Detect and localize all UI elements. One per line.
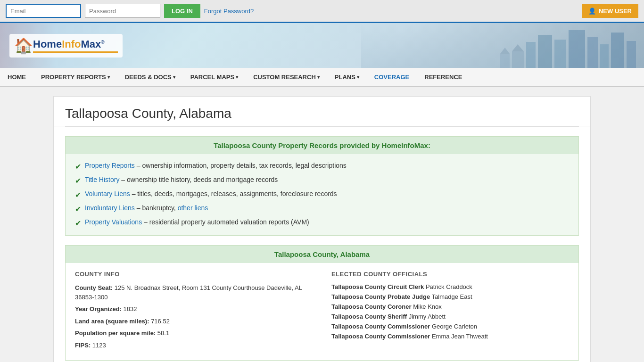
- checkmark-icon: ✔: [75, 205, 81, 214]
- nav-reference[interactable]: REFERENCE: [417, 68, 470, 86]
- checkmark-icon: ✔: [75, 190, 81, 199]
- svg-rect-0: [526, 42, 536, 68]
- population-row: Population per square mile: 58.1: [75, 329, 313, 338]
- email-input[interactable]: [6, 4, 81, 18]
- login-button[interactable]: LOG IN: [164, 4, 200, 18]
- main-nav: HOME PROPERTY REPORTS ▾ DEEDS & DOCS ▾ P…: [0, 68, 644, 87]
- involuntary-liens-link[interactable]: Involuntary Liens: [85, 204, 135, 212]
- list-item: ✔ Property Valuations – residential prop…: [75, 218, 569, 228]
- chevron-down-icon: ▾: [173, 74, 175, 80]
- logo[interactable]: 🏠 HomeInfoMax®: [9, 34, 123, 58]
- nav-custom-research[interactable]: CUSTOM RESEARCH ▾: [246, 68, 327, 86]
- chevron-down-icon: ▾: [236, 74, 238, 80]
- officials-heading: ELECTED COUNTY OFFICIALS: [331, 271, 569, 278]
- nav-home[interactable]: HOME: [0, 68, 33, 86]
- county-info-box: Tallapoosa County, Alabama COUNTY INFO C…: [65, 245, 579, 361]
- official-row: Tallapoosa County Circuit Clerk Patrick …: [331, 283, 569, 290]
- info-box-content: ✔ Property Reports – ownership informati…: [66, 154, 578, 235]
- other-liens-link[interactable]: other liens: [178, 204, 208, 212]
- county-box-header: Tallapoosa County, Alabama: [66, 246, 578, 263]
- county-box-content: COUNTY INFO County Seat: 125 N. Broadnax…: [66, 263, 578, 360]
- svg-rect-5: [600, 44, 609, 68]
- list-item: ✔ Involuntary Liens – bankruptcy, other …: [75, 204, 569, 214]
- chevron-down-icon: ▾: [317, 74, 320, 80]
- forgot-password-link[interactable]: Forgot Password?: [204, 8, 254, 15]
- checkmark-icon: ✔: [75, 162, 81, 171]
- svg-rect-6: [611, 33, 624, 68]
- banner-cityscape: [361, 23, 644, 68]
- property-records-info-box: Tallapoosa County Property Records provi…: [65, 136, 579, 236]
- banner: 🏠 HomeInfoMax®: [0, 23, 644, 68]
- title-history-link[interactable]: Title History: [85, 176, 119, 183]
- checkmark-icon: ✔: [75, 176, 81, 185]
- chevron-down-icon: ▾: [357, 74, 359, 80]
- svg-rect-7: [627, 41, 636, 68]
- list-item: ✔ Voluntary Liens – titles, deeds, mortg…: [75, 190, 569, 199]
- official-row: Tallapoosa County Sheriff Jimmy Abbett: [331, 313, 569, 320]
- nav-property-reports[interactable]: PROPERTY REPORTS ▾: [33, 68, 117, 86]
- nav-deeds-docs[interactable]: DEEDS & DOCS ▾: [117, 68, 183, 86]
- list-item: ✔ Property Reports – ownership informati…: [75, 162, 569, 171]
- fips-row: FIPS: 1123: [75, 341, 313, 350]
- list-item: ✔ Title History – ownership title histor…: [75, 176, 569, 185]
- county-info-col: COUNTY INFO County Seat: 125 N. Broadnax…: [75, 271, 313, 353]
- svg-rect-1: [538, 35, 552, 68]
- svg-rect-8: [512, 51, 524, 68]
- voluntary-liens-link[interactable]: Voluntary Liens: [85, 190, 130, 197]
- logo-house-icon: 🏠: [14, 37, 33, 55]
- logo-text: HomeInfoMax®: [33, 38, 105, 50]
- checkmark-icon: ✔: [75, 219, 81, 228]
- year-organized-row: Year Organized: 1832: [75, 304, 313, 314]
- main-content: Tallapoosa County, Alabama Tallapoosa Co…: [53, 96, 591, 362]
- nav-coverage[interactable]: COVERAGE: [367, 68, 417, 86]
- official-row: Tallapoosa County Probate Judge Talmadge…: [331, 293, 569, 300]
- officials-col: ELECTED COUNTY OFFICIALS Tallapoosa Coun…: [331, 271, 569, 353]
- page-title: Tallapoosa County, Alabama: [54, 97, 590, 126]
- svg-marker-11: [500, 48, 510, 54]
- nav-parcel-maps[interactable]: PARCEL MAPS ▾: [183, 68, 246, 86]
- svg-marker-9: [512, 44, 524, 51]
- official-row: Tallapoosa County Commissioner George Ca…: [331, 323, 569, 330]
- county-seat-row: County Seat: 125 N. Broadnax Street, Roo…: [75, 283, 313, 302]
- property-reports-link[interactable]: Property Reports: [85, 162, 135, 169]
- info-box-header: Tallapoosa County Property Records provi…: [66, 137, 578, 154]
- chevron-down-icon: ▾: [107, 74, 110, 80]
- property-valuations-link[interactable]: Property Valuations: [85, 218, 142, 226]
- svg-rect-10: [500, 54, 510, 68]
- nav-plans[interactable]: PLANS ▾: [327, 68, 367, 86]
- official-row: Tallapoosa County Commissioner Emma Jean…: [331, 333, 569, 340]
- county-info-heading: COUNTY INFO: [75, 271, 313, 278]
- svg-rect-4: [587, 37, 598, 68]
- new-user-button[interactable]: 👤 NEW USER: [582, 4, 638, 18]
- user-icon: 👤: [588, 8, 596, 15]
- password-input[interactable]: [85, 4, 160, 18]
- land-area-row: Land area (square miles): 716.52: [75, 317, 313, 326]
- login-bar: LOG IN Forgot Password? 👤 NEW USER: [0, 0, 644, 23]
- official-row: Tallapoosa County Coroner Mike Knox: [331, 303, 569, 310]
- svg-rect-2: [554, 40, 566, 68]
- title-divider: [65, 126, 579, 127]
- svg-rect-3: [569, 30, 585, 68]
